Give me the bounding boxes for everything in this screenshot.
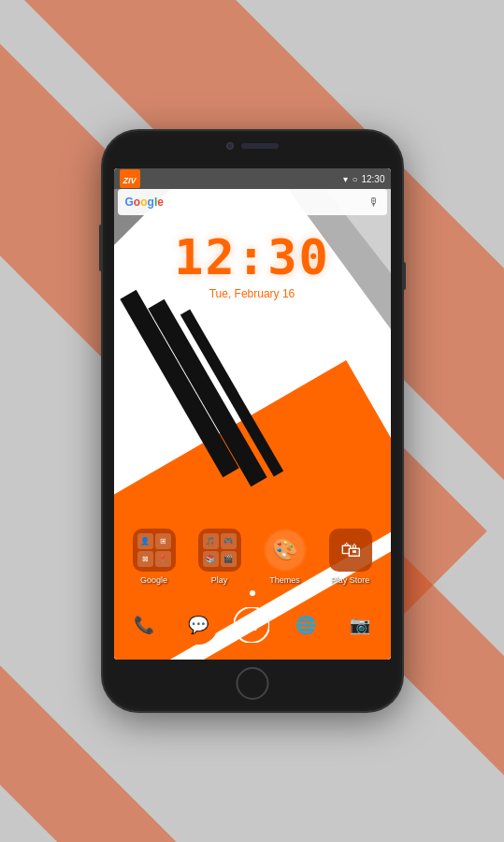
dock-camera[interactable]: 📷 xyxy=(340,605,380,645)
app-play-store[interactable]: 🛍 Play Store xyxy=(329,529,372,585)
clock-time: 12:30 xyxy=(114,229,391,285)
messages-icon: 💬 xyxy=(188,615,209,635)
svg-text:AV: AV xyxy=(242,617,262,632)
phone-screen: ZIV ▾ ○ 12:30 Google 🎙 12:30 Tue, Februa… xyxy=(114,168,391,660)
dock-phone[interactable]: 📞 xyxy=(124,605,164,645)
themes-label: Themes xyxy=(269,575,300,585)
dock-browser[interactable]: 🌐 xyxy=(286,605,325,645)
browser-icon: 🌐 xyxy=(295,615,316,635)
dock-center-av[interactable]: AV xyxy=(232,605,271,645)
search-bar[interactable]: Google 🎙 xyxy=(118,189,387,215)
google-grid-3: ⊠ xyxy=(137,551,153,567)
dock-messages[interactable]: 💬 xyxy=(179,605,218,645)
front-camera xyxy=(226,142,234,150)
google-grid-2: ⊞ xyxy=(155,533,171,549)
earpiece-speaker xyxy=(241,143,279,149)
bottom-dock: 📞 💬 AV 🌐 📷 xyxy=(118,599,387,650)
play-grid-2: 🎮 xyxy=(221,533,237,549)
google-icon-bg: 👤 ⊞ ⊠ 📍 xyxy=(133,529,176,572)
play-grid-3: 📚 xyxy=(203,551,219,567)
play-grid-1: 🎵 xyxy=(203,533,219,549)
av-center-icon: AV xyxy=(234,607,269,643)
page-indicator-dot xyxy=(250,590,255,596)
status-right: ▾ ○ 12:30 xyxy=(343,174,384,184)
clock-widget: 12:30 Tue, February 16 xyxy=(114,229,391,300)
home-button[interactable] xyxy=(236,667,268,700)
play-grid-4: 🎬 xyxy=(221,551,237,567)
themes-icon-bg: 🎨 xyxy=(264,529,307,572)
google-label: Google xyxy=(140,575,167,585)
google-logo: Google xyxy=(125,196,164,209)
play-icon-grid: 🎵 🎮 📚 🎬 xyxy=(203,533,237,567)
clock-date: Tue, February 16 xyxy=(114,287,391,300)
play-store-bag-icon: 🛍 xyxy=(340,538,361,562)
phone-icon: 📞 xyxy=(134,615,154,635)
app-icons-row: 👤 ⊞ ⊠ 📍 Google 🎵 🎮 📚 🎬 xyxy=(122,529,383,585)
app-play[interactable]: 🎵 🎮 📚 🎬 Play xyxy=(198,529,241,585)
power-button[interactable] xyxy=(402,262,406,290)
phone-frame: ZIV ▾ ○ 12:30 Google 🎙 12:30 Tue, Februa… xyxy=(103,131,402,711)
app-google[interactable]: 👤 ⊞ ⊠ 📍 Google xyxy=(133,529,176,585)
app-themes[interactable]: 🎨 Themes xyxy=(264,529,307,585)
play-icon-bg: 🎵 🎮 📚 🎬 xyxy=(198,529,241,572)
status-left: ZIV xyxy=(120,169,140,188)
play-store-icon-bg: 🛍 xyxy=(329,529,372,572)
google-grid-4: 📍 xyxy=(155,551,171,567)
play-label: Play xyxy=(211,575,228,585)
status-bar: ZIV ▾ ○ 12:30 xyxy=(114,168,391,189)
av-logo-text: ZIV xyxy=(123,176,137,185)
camera-icon: 📷 xyxy=(350,615,370,635)
av-logo-bg: ZIV xyxy=(120,169,140,188)
phone-top-details xyxy=(226,142,279,150)
av-logo: ZIV xyxy=(120,169,140,188)
volume-button[interactable] xyxy=(99,225,103,271)
themes-palette-icon: 🎨 xyxy=(272,538,297,562)
wifi-icon: ▾ xyxy=(343,174,348,184)
play-store-label: Play Store xyxy=(331,575,370,585)
status-time: 12:30 xyxy=(361,174,384,184)
signal-icon: ○ xyxy=(352,174,357,184)
google-icon-grid: 👤 ⊞ ⊠ 📍 xyxy=(137,533,171,567)
mic-icon[interactable]: 🎙 xyxy=(368,196,380,209)
google-grid-1: 👤 xyxy=(137,533,153,549)
